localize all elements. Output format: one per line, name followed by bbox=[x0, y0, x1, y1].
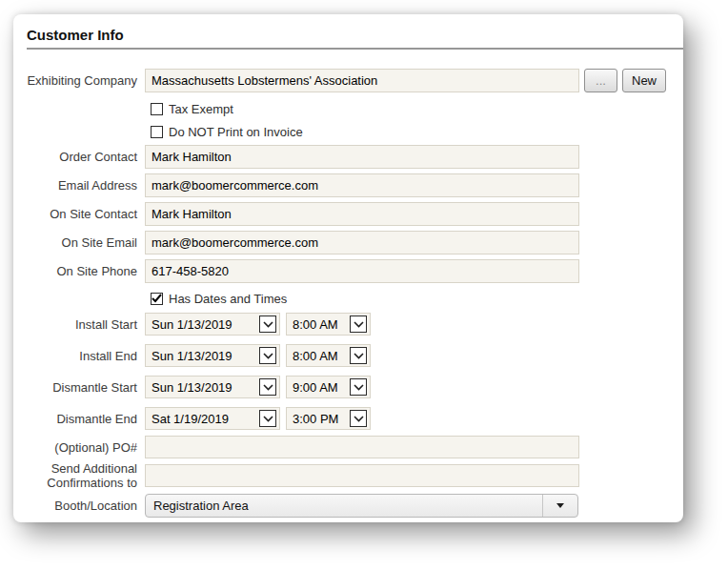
dismantle-start-label: Dismantle Start bbox=[13, 380, 137, 395]
new-company-button[interactable]: New bbox=[622, 69, 666, 92]
browse-company-button[interactable]: ... bbox=[584, 69, 617, 92]
do-not-print-row: Do NOT Print on Invoice bbox=[13, 124, 683, 139]
dismantle-end-row: Dismantle End Sat 1/19/2019 3:00 PM bbox=[13, 407, 683, 430]
order-contact-row: Order Contact bbox=[13, 145, 683, 169]
exhibiting-company-row: Exhibiting Company ... New bbox=[13, 69, 683, 92]
on-site-email-label: On Site Email bbox=[13, 235, 137, 250]
chevron-down-icon bbox=[259, 316, 276, 333]
install-start-label: Install Start bbox=[13, 317, 137, 332]
has-dates-checkbox[interactable] bbox=[151, 293, 163, 305]
on-site-contact-label: On Site Contact bbox=[13, 207, 137, 221]
dismantle-end-time-select[interactable]: 3:00 PM bbox=[286, 407, 371, 430]
do-not-print-label: Do NOT Print on Invoice bbox=[169, 125, 303, 139]
po-number-input[interactable] bbox=[145, 436, 579, 458]
on-site-phone-input[interactable] bbox=[145, 259, 579, 283]
chevron-down-icon bbox=[350, 347, 367, 364]
chevron-down-icon bbox=[259, 410, 276, 427]
has-dates-label: Has Dates and Times bbox=[169, 292, 287, 306]
dropdown-arrow-icon bbox=[542, 495, 577, 517]
email-address-input[interactable] bbox=[145, 173, 579, 197]
customer-info-panel: Customer Info Exhibiting Company ... New… bbox=[13, 14, 683, 522]
install-end-date-select[interactable]: Sun 1/13/2019 bbox=[145, 344, 280, 367]
title-divider bbox=[27, 48, 683, 50]
confirmations-input[interactable] bbox=[145, 464, 579, 487]
confirmations-label: Send Additional Confirmations to bbox=[13, 461, 137, 490]
install-start-time-select[interactable]: 8:00 AM bbox=[286, 313, 371, 336]
install-end-row: Install End Sun 1/13/2019 8:00 AM bbox=[13, 344, 683, 367]
email-address-label: Email Address bbox=[13, 178, 137, 193]
booth-location-select[interactable]: Registration Area bbox=[145, 494, 578, 518]
on-site-phone-row: On Site Phone bbox=[13, 259, 683, 283]
on-site-contact-row: On Site Contact bbox=[13, 202, 683, 226]
tax-exempt-checkbox[interactable] bbox=[151, 103, 163, 115]
chevron-down-icon bbox=[350, 316, 367, 333]
on-site-phone-label: On Site Phone bbox=[13, 264, 137, 278]
customer-info-form: Exhibiting Company ... New Tax Exempt Do… bbox=[13, 69, 683, 518]
on-site-email-row: On Site Email bbox=[13, 231, 683, 254]
po-number-row: (Optional) PO# bbox=[13, 436, 683, 458]
tax-exempt-label: Tax Exempt bbox=[169, 102, 233, 116]
dismantle-start-time-select[interactable]: 9:00 AM bbox=[286, 376, 371, 398]
tax-exempt-row: Tax Exempt bbox=[13, 101, 683, 116]
chevron-down-icon bbox=[350, 410, 367, 427]
install-start-date-select[interactable]: Sun 1/13/2019 bbox=[145, 313, 280, 336]
install-end-label: Install End bbox=[13, 349, 137, 363]
email-address-row: Email Address bbox=[13, 173, 683, 197]
chevron-down-icon bbox=[259, 347, 276, 364]
exhibiting-company-label: Exhibiting Company bbox=[13, 73, 137, 88]
order-contact-input[interactable] bbox=[145, 145, 579, 169]
booth-location-row: Booth/Location Registration Area bbox=[13, 494, 683, 518]
order-contact-label: Order Contact bbox=[13, 150, 137, 164]
do-not-print-checkbox[interactable] bbox=[151, 126, 163, 138]
confirmations-row: Send Additional Confirmations to bbox=[13, 464, 683, 487]
on-site-email-input[interactable] bbox=[145, 231, 579, 254]
dismantle-start-row: Dismantle Start Sun 1/13/2019 9:00 AM bbox=[13, 376, 683, 398]
install-start-row: Install Start Sun 1/13/2019 8:00 AM bbox=[13, 313, 683, 336]
install-end-time-select[interactable]: 8:00 AM bbox=[286, 344, 371, 367]
chevron-down-icon bbox=[350, 378, 367, 396]
has-dates-row: Has Dates and Times bbox=[13, 291, 683, 306]
on-site-contact-input[interactable] bbox=[145, 202, 579, 226]
checkmark-icon bbox=[152, 294, 162, 303]
dismantle-start-date-select[interactable]: Sun 1/13/2019 bbox=[145, 376, 280, 398]
dismantle-end-label: Dismantle End bbox=[13, 412, 137, 426]
po-number-label: (Optional) PO# bbox=[13, 440, 137, 455]
page-title: Customer Info bbox=[27, 26, 683, 44]
exhibiting-company-input[interactable] bbox=[145, 69, 579, 92]
dismantle-end-date-select[interactable]: Sat 1/19/2019 bbox=[145, 407, 280, 430]
chevron-down-icon bbox=[259, 378, 276, 396]
booth-location-label: Booth/Location bbox=[13, 499, 137, 513]
